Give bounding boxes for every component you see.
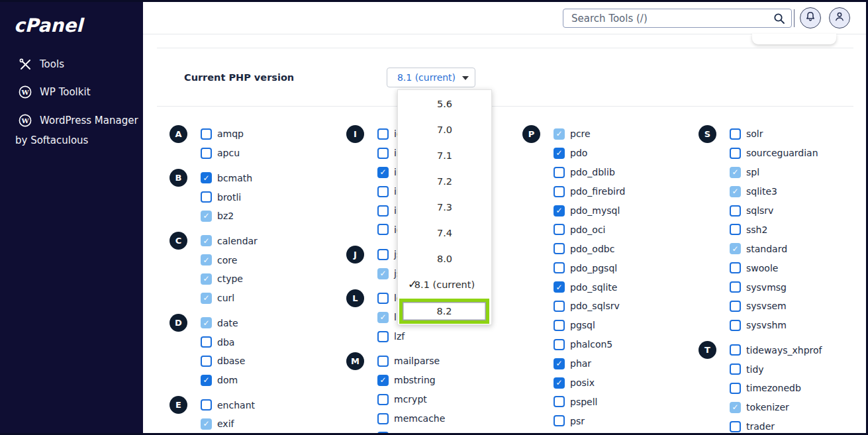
account-button[interactable] [829, 7, 850, 28]
extension-checkbox[interactable] [201, 336, 212, 348]
sidebar-item-sublabel[interactable]: by Softaculous [15, 134, 88, 146]
php-version-select[interactable]: 8.1 (current) [387, 68, 475, 87]
extension-checkbox[interactable] [377, 394, 389, 405]
php-version-option[interactable]: 5.6 [398, 91, 491, 117]
extension-checkbox[interactable]: ✓ [377, 312, 389, 323]
extension-checkbox[interactable] [730, 205, 741, 217]
sidebar: cPanel Tools W WP Toolkit W WordPress Ma… [0, 0, 143, 435]
extension-checkbox[interactable] [730, 320, 741, 331]
extension-checkbox[interactable]: ✓ [554, 377, 565, 389]
extension-checkbox[interactable] [554, 262, 565, 273]
extension-checkbox[interactable]: ✓ [730, 167, 741, 178]
extension-checkbox[interactable] [377, 128, 389, 140]
extension-checkbox[interactable]: ✓ [554, 205, 565, 217]
extension-checkbox[interactable] [554, 167, 565, 178]
extension-row: tideways_xhprof [699, 340, 868, 360]
group-letter-badge: B [169, 169, 187, 187]
extension-checkbox[interactable] [730, 383, 741, 394]
extension-checkbox[interactable] [554, 224, 565, 235]
php-version-option[interactable]: 8.0 [398, 246, 491, 272]
cpanel-logo: cPanel [14, 15, 83, 36]
extension-checkbox[interactable] [377, 293, 389, 304]
scrolled-partial-button[interactable] [752, 34, 836, 44]
extension-row: phalcon5 [522, 335, 695, 354]
extension-checkbox[interactable] [201, 148, 212, 159]
extension-row: tidy [699, 360, 868, 379]
extension-row: ✓core [169, 250, 342, 269]
extension-label: pdo_sqlite [570, 282, 617, 293]
extension-checkbox[interactable] [554, 415, 565, 426]
extension-label: exif [217, 418, 234, 429]
php-version-option[interactable]: 7.4 [398, 220, 491, 246]
notifications-button[interactable] [800, 7, 821, 28]
extension-checkbox[interactable]: ✓ [377, 375, 389, 386]
extension-checkbox[interactable] [201, 128, 212, 140]
tools-icon [19, 58, 32, 71]
extension-row: dbase [169, 352, 342, 371]
extension-checkbox[interactable] [377, 413, 389, 424]
php-version-option-label: 8.2 [436, 306, 452, 316]
extension-checkbox[interactable] [377, 205, 389, 217]
extension-checkbox[interactable] [554, 396, 565, 407]
extension-checkbox[interactable] [554, 320, 565, 331]
extension-checkbox[interactable]: ✓ [201, 293, 212, 304]
extension-checkbox[interactable]: ✓ [554, 281, 565, 293]
extension-checkbox[interactable] [554, 243, 565, 254]
extension-checkbox[interactable]: ✓ [201, 418, 212, 430]
php-version-option[interactable]: 7.1 [398, 142, 491, 168]
extension-checkbox[interactable] [201, 399, 212, 411]
extension-checkbox[interactable]: ✓ [730, 243, 741, 254]
extension-label: pdo_oci [570, 224, 606, 235]
extension-checkbox[interactable] [730, 128, 741, 140]
php-version-option[interactable]: ✓8.1 (current) [398, 272, 491, 298]
extension-checkbox[interactable]: ✓ [554, 148, 565, 159]
extension-checkbox[interactable] [377, 356, 389, 367]
extension-checkbox[interactable]: ✓ [554, 358, 565, 369]
php-version-option-label: 7.0 [437, 124, 452, 135]
php-version-option[interactable]: 8.2 [399, 299, 489, 324]
extension-row: psr [522, 411, 695, 430]
extension-checkbox[interactable] [730, 262, 741, 273]
extension-row: mailparse [346, 352, 518, 371]
extension-checkbox[interactable]: ✓ [201, 254, 212, 266]
extension-checkbox[interactable]: ✓ [201, 317, 212, 328]
extension-checkbox[interactable] [377, 224, 389, 235]
extension-checkbox[interactable] [377, 148, 389, 159]
sidebar-item-wp-toolkit[interactable]: W WP Toolkit [0, 82, 143, 102]
extension-checkbox[interactable] [377, 186, 389, 197]
extension-checkbox[interactable] [730, 224, 741, 235]
extension-checkbox[interactable] [730, 344, 741, 356]
php-version-option[interactable]: 7.3 [398, 194, 491, 220]
php-version-option[interactable]: 7.0 [398, 117, 491, 142]
extension-checkbox[interactable]: ✓ [201, 211, 212, 222]
sidebar-item-tools[interactable]: Tools [0, 54, 143, 74]
extension-checkbox[interactable]: ✓ [377, 268, 389, 279]
extension-checkbox[interactable] [730, 421, 741, 432]
extension-checkbox[interactable]: ✓ [201, 235, 212, 246]
php-version-option[interactable]: 7.2 [398, 168, 491, 194]
sidebar-item-wordpress-manager[interactable]: W WordPress Manager [0, 111, 143, 130]
extension-checkbox[interactable] [201, 191, 212, 203]
extension-checkbox[interactable] [554, 186, 565, 197]
extension-label: spl [746, 167, 759, 177]
extension-checkbox[interactable] [730, 148, 741, 159]
extension-checkbox[interactable]: ✓ [201, 172, 212, 183]
extension-checkbox[interactable] [554, 301, 565, 312]
extension-checkbox[interactable]: ✓ [730, 186, 741, 197]
extension-checkbox[interactable] [730, 363, 741, 375]
extension-checkbox[interactable] [377, 249, 389, 260]
extension-checkbox[interactable]: ✓ [201, 273, 212, 285]
search-input[interactable] [563, 9, 791, 27]
extension-checkbox[interactable]: ✓ [554, 128, 565, 140]
extension-checkbox[interactable]: ✓ [377, 167, 389, 178]
extension-checkbox[interactable]: ✓ [730, 402, 741, 413]
extension-checkbox[interactable] [730, 301, 741, 312]
extension-checkbox[interactable] [554, 339, 565, 350]
search-icon[interactable] [773, 13, 785, 24]
extension-checkbox[interactable]: ✓ [201, 375, 212, 386]
extension-row: ✓bz2 [169, 207, 342, 226]
extension-checkbox[interactable] [730, 281, 741, 293]
extension-checkbox[interactable] [377, 331, 389, 342]
extension-row: ✓spl [699, 163, 868, 182]
extension-checkbox[interactable] [201, 356, 212, 367]
